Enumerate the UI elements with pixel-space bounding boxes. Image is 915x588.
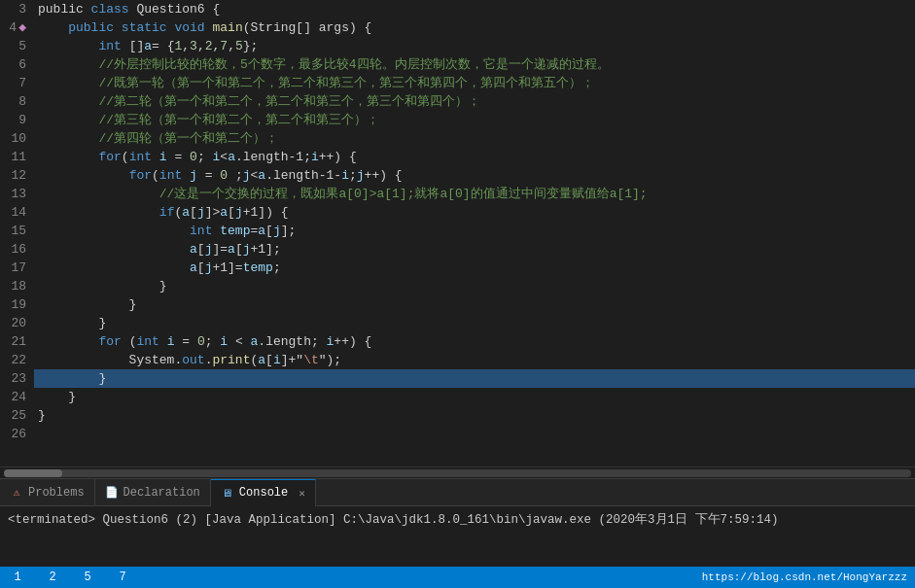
line-number: 4◆	[0, 18, 34, 37]
line-number: 20	[0, 314, 34, 332]
table-row: 16 a[j]=a[j+1];	[0, 240, 915, 259]
line-content: }	[34, 369, 915, 388]
table-row: 24 }	[0, 388, 915, 406]
tab-console[interactable]: 🖥 Console ✕	[211, 479, 316, 506]
table-row: 20 }	[0, 314, 915, 332]
line-number: 14	[0, 203, 34, 222]
line-number: 13	[0, 185, 34, 203]
line-content: a[j]=a[j+1];	[34, 240, 915, 259]
table-row: 5 int []a= {1,3,2,7,5};	[0, 37, 915, 55]
line-number: 23	[0, 369, 34, 388]
line-content: for(int j = 0 ;j<a.length-1-i;j++) {	[34, 166, 915, 185]
line-number: 18	[0, 277, 34, 295]
line-number: 17	[0, 259, 34, 277]
table-row: 9 //第三轮（第一个和第二个，第二个和第三个）；	[0, 111, 915, 129]
line-content: //这是一个交换的过程，既如果a[0]>a[1];就将a[0]的值通过中间变量赋…	[34, 185, 915, 203]
line-content: for (int i = 0; i < a.length; i++) {	[34, 332, 915, 351]
line-number: 9	[0, 111, 34, 129]
table-row: 22 System.out.print(a[i]+"\t");	[0, 351, 915, 369]
table-row: 8 //第二轮（第一个和第二个，第二个和第三个，第三个和第四个）；	[0, 92, 915, 111]
table-row: 23 }	[0, 369, 915, 388]
line-content: //第二轮（第一个和第二个，第二个和第三个，第三个和第四个）；	[34, 92, 915, 111]
line-number: 25	[0, 406, 34, 425]
line-content: a[j+1]=temp;	[34, 259, 915, 277]
line-content: //外层控制比较的轮数，5个数字，最多比较4四轮。内层控制次数，它是一个递减的过…	[34, 55, 915, 74]
line-content: }	[34, 406, 915, 425]
status-num-1: 1	[8, 571, 27, 584]
status-num-3: 5	[78, 571, 97, 584]
console-icon: 🖥	[221, 486, 234, 500]
scrollbar-thumb[interactable]	[4, 469, 62, 477]
tab-bar: ⚠ Problems 📄 Declaration 🖥 Console ✕	[0, 479, 915, 506]
line-content: //第四轮（第一个和第二个）；	[34, 129, 915, 148]
line-content: System.out.print(a[i]+"\t");	[34, 351, 915, 369]
line-number: 5	[0, 37, 34, 55]
line-number: 10	[0, 129, 34, 148]
problems-icon: ⚠	[10, 486, 23, 500]
line-content: if(a[j]>a[j+1]) {	[34, 203, 915, 222]
line-number: 3	[0, 0, 34, 18]
line-number: 12	[0, 166, 34, 185]
line-content: public class Question6 {	[34, 0, 915, 18]
table-row: 19 }	[0, 295, 915, 314]
status-bar: 1 2 5 7 https://blog.csdn.net/HongYarzzz	[0, 567, 915, 588]
status-left: 1 2 5 7	[8, 571, 132, 584]
table-row: 7 //既第一轮（第一个和第二个，第二个和第三个，第三个和第四个，第四个和第五个…	[0, 74, 915, 92]
line-number: 22	[0, 351, 34, 369]
line-content: }	[34, 277, 915, 295]
line-content: //第三轮（第一个和第二个，第二个和第三个）；	[34, 111, 915, 129]
declaration-label: Declaration	[123, 486, 200, 500]
console-close-icon[interactable]: ✕	[299, 487, 305, 500]
table-row: 25}	[0, 406, 915, 425]
status-num-4: 7	[113, 571, 132, 584]
table-row: 10 //第四轮（第一个和第二个）；	[0, 129, 915, 148]
line-number: 21	[0, 332, 34, 351]
table-row: 12 for(int j = 0 ;j<a.length-1-i;j++) {	[0, 166, 915, 185]
line-number: 6	[0, 55, 34, 74]
table-row: 11 for(int i = 0; i<a.length-1;i++) {	[0, 148, 915, 166]
line-content: }	[34, 314, 915, 332]
table-row: 6 //外层控制比较的轮数，5个数字，最多比较4四轮。内层控制次数，它是一个递减…	[0, 55, 915, 74]
status-link[interactable]: https://blog.csdn.net/HongYarzzz	[702, 571, 907, 583]
line-number: 8	[0, 92, 34, 111]
status-num-2: 2	[43, 571, 62, 584]
line-number: 19	[0, 295, 34, 314]
main-wrapper: 3public class Question6 {4◆ public stati…	[0, 0, 915, 588]
line-content: int temp=a[j];	[34, 222, 915, 240]
problems-label: Problems	[28, 486, 85, 500]
line-number: 16	[0, 240, 34, 259]
code-table: 3public class Question6 {4◆ public stati…	[0, 0, 915, 443]
console-content: <terminated> Question6 (2) [Java Applica…	[0, 506, 915, 534]
table-row: 4◆ public static void main(String[] args…	[0, 18, 915, 37]
line-content: }	[34, 388, 915, 406]
editor-area: 3public class Question6 {4◆ public stati…	[0, 0, 915, 467]
table-row: 26	[0, 425, 915, 443]
line-number: 24	[0, 388, 34, 406]
line-number: 7	[0, 74, 34, 92]
line-content: public static void main(String[] args) {	[34, 18, 915, 37]
line-number: 15	[0, 222, 34, 240]
table-row: 17 a[j+1]=temp;	[0, 259, 915, 277]
horizontal-scrollbar[interactable]	[0, 467, 915, 478]
tab-problems[interactable]: ⚠ Problems	[0, 479, 95, 506]
line-number: 26	[0, 425, 34, 443]
table-row: 15 int temp=a[j];	[0, 222, 915, 240]
table-row: 14 if(a[j]>a[j+1]) {	[0, 203, 915, 222]
declaration-icon: 📄	[105, 486, 119, 500]
line-content: }	[34, 295, 915, 314]
tab-declaration[interactable]: 📄 Declaration	[95, 479, 211, 506]
line-content	[34, 425, 915, 443]
scrollbar-track[interactable]	[4, 469, 911, 477]
table-row: 21 for (int i = 0; i < a.length; i++) {	[0, 332, 915, 351]
table-row: 18 }	[0, 277, 915, 295]
line-number: 11	[0, 148, 34, 166]
table-row: 13 //这是一个交换的过程，既如果a[0]>a[1];就将a[0]的值通过中间…	[0, 185, 915, 203]
console-label: Console	[239, 486, 288, 500]
line-content: //既第一轮（第一个和第二个，第二个和第三个，第三个和第四个，第四个和第五个）；	[34, 74, 915, 92]
table-row: 3public class Question6 {	[0, 0, 915, 18]
line-content: int []a= {1,3,2,7,5};	[34, 37, 915, 55]
terminated-line: <terminated> Question6 (2) [Java Applica…	[8, 510, 907, 530]
line-content: for(int i = 0; i<a.length-1;i++) {	[34, 148, 915, 166]
